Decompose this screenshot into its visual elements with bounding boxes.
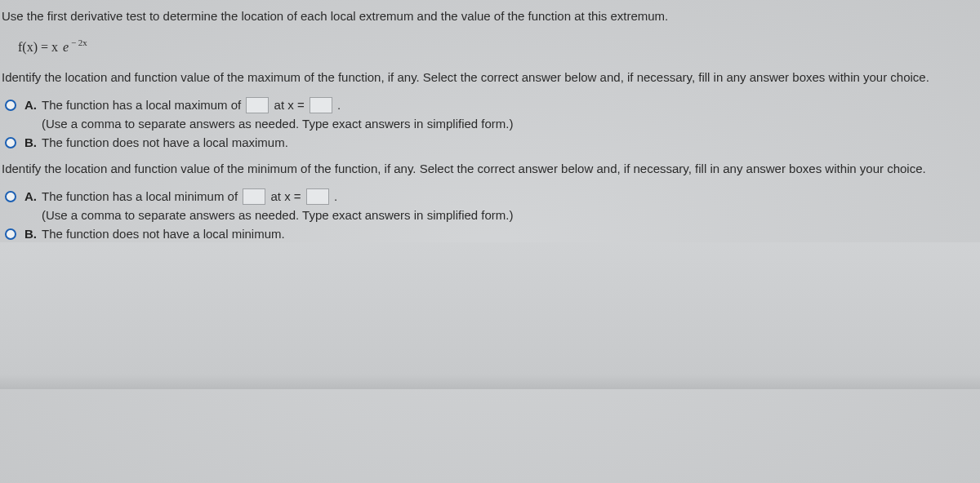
min-a-letter: A. [16,189,42,203]
equation-exponent: − 2x [69,38,87,47]
min-a-hint: (Use a comma to separate answers as need… [42,206,978,222]
max-a-value-input[interactable] [246,97,269,113]
min-a-post: . [331,189,337,203]
max-a-pre: The function has a local maximum of [42,98,244,112]
max-b-text: The function does not have a local maxim… [42,135,978,149]
empty-region [0,242,980,389]
min-b-letter: B. [16,227,42,241]
min-option-b-row: B. The function does not have a local mi… [2,224,978,242]
max-a-post: . [334,98,341,112]
radio-min-b[interactable] [5,228,16,240]
function-equation: f(x) = x e − 2x [2,29,978,64]
min-option-a-row: A. The function has a local minimum of a… [2,186,978,224]
min-a-mid: at x = [267,189,304,203]
max-option-b-row: B. The function does not have a local ma… [2,132,978,151]
minimum-prompt: Identify the location and function value… [2,156,978,181]
question-page: Use the first derivative test to determi… [0,0,980,242]
max-a-mid: at x = [270,98,307,112]
maximum-prompt: Identify the location and function value… [2,64,978,90]
radio-max-a[interactable] [5,100,16,111]
max-b-letter: B. [16,135,42,149]
max-a-x-input[interactable] [310,97,332,113]
radio-min-a[interactable] [5,191,16,202]
min-a-body: The function has a local minimum of at x… [42,189,978,222]
max-a-hint: (Use a comma to separate answers as need… [42,114,978,131]
equation-lhs: f(x) = x [18,40,58,54]
min-b-text: The function does not have a local minim… [42,227,978,241]
radio-max-b[interactable] [5,137,16,148]
max-a-body: The function has a local maximum of at x… [42,98,978,131]
min-a-x-input[interactable] [306,188,329,205]
instruction-text: Use the first derivative test to determi… [2,3,978,29]
max-option-a-row: A. The function has a local maximum of a… [2,95,978,132]
min-a-pre: The function has a local minimum of [42,189,241,203]
max-a-letter: A. [16,98,42,112]
min-a-value-input[interactable] [243,188,265,205]
